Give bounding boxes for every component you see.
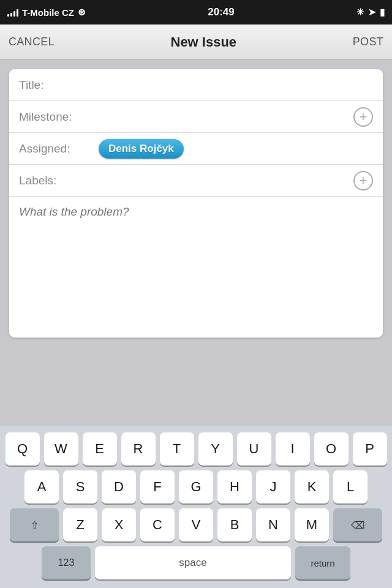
key-p[interactable]: P bbox=[353, 432, 387, 466]
status-left: T-Mobile CZ ⊛ bbox=[7, 7, 86, 18]
labels-row[interactable]: Labels: + bbox=[9, 165, 383, 197]
body-row bbox=[9, 197, 383, 337]
return-key[interactable]: return bbox=[295, 546, 350, 579]
keyboard: Q W E R T Y U I O P A S D F G H J K L ⇧ … bbox=[0, 426, 392, 588]
key-j[interactable]: J bbox=[256, 470, 290, 503]
numbers-key[interactable]: 123 bbox=[42, 546, 91, 579]
key-y[interactable]: Y bbox=[198, 432, 233, 466]
labels-label: Labels: bbox=[19, 174, 99, 187]
wifi-icon: ⊛ bbox=[78, 7, 86, 18]
space-key[interactable]: space bbox=[95, 546, 291, 579]
status-bar: T-Mobile CZ ⊛ 20:49 ✳ ➤ ▮ bbox=[0, 0, 392, 24]
battery-icon: ▮ bbox=[380, 7, 385, 18]
keyboard-row-4: 123 space return bbox=[2, 546, 390, 579]
key-n[interactable]: N bbox=[256, 508, 290, 541]
keyboard-row-1: Q W E R T Y U I O P bbox=[2, 432, 390, 466]
assigned-label: Assigned: bbox=[19, 142, 99, 156]
milestone-row[interactable]: Milestone: + bbox=[9, 101, 383, 133]
key-w[interactable]: W bbox=[44, 432, 78, 466]
key-l[interactable]: L bbox=[333, 470, 368, 503]
post-button[interactable]: POST bbox=[353, 36, 383, 48]
key-o[interactable]: O bbox=[314, 432, 349, 466]
carrier-name: T-Mobile CZ bbox=[22, 7, 74, 18]
key-c[interactable]: C bbox=[140, 508, 175, 541]
page-title: New Issue bbox=[171, 34, 237, 50]
status-time: 20:49 bbox=[208, 6, 234, 18]
backspace-key[interactable]: ⌫ bbox=[333, 508, 382, 541]
shift-key[interactable]: ⇧ bbox=[10, 508, 59, 541]
add-milestone-button[interactable]: + bbox=[353, 107, 373, 127]
key-r[interactable]: R bbox=[121, 432, 156, 466]
title-label: Title: bbox=[19, 78, 99, 92]
key-u[interactable]: U bbox=[237, 432, 271, 466]
nav-bar: CANCEL New Issue POST bbox=[0, 24, 392, 60]
key-g[interactable]: G bbox=[179, 470, 213, 503]
assigned-user-badge[interactable]: Denis Rojčyk bbox=[99, 139, 184, 159]
milestone-label: Milestone: bbox=[19, 110, 99, 124]
signal-icon bbox=[7, 8, 18, 17]
loading-icon: ✳ bbox=[356, 7, 364, 18]
title-input[interactable] bbox=[99, 78, 373, 92]
key-s[interactable]: S bbox=[63, 470, 97, 503]
add-label-button[interactable]: + bbox=[353, 171, 373, 190]
key-h[interactable]: H bbox=[217, 470, 252, 503]
keyboard-row-3: ⇧ Z X C V B N M ⌫ bbox=[2, 508, 390, 541]
key-f[interactable]: F bbox=[140, 470, 175, 503]
key-i[interactable]: I bbox=[276, 432, 310, 466]
status-right: ✳ ➤ ▮ bbox=[356, 7, 385, 18]
key-t[interactable]: T bbox=[160, 432, 194, 466]
assigned-row: Assigned: Denis Rojčyk bbox=[9, 133, 383, 165]
keyboard-row-2: A S D F G H J K L bbox=[2, 470, 390, 503]
location-icon: ➤ bbox=[368, 7, 376, 18]
body-input[interactable] bbox=[19, 205, 373, 328]
key-a[interactable]: A bbox=[24, 470, 59, 503]
key-q[interactable]: Q bbox=[6, 432, 40, 466]
cancel-button[interactable]: CANCEL bbox=[9, 36, 55, 48]
key-e[interactable]: E bbox=[83, 432, 117, 466]
key-z[interactable]: Z bbox=[63, 508, 97, 541]
title-row: Title: bbox=[9, 69, 383, 101]
key-m[interactable]: M bbox=[295, 508, 329, 541]
key-k[interactable]: K bbox=[295, 470, 329, 503]
form-container: Title: Milestone: + Assigned: Denis Rojč… bbox=[9, 69, 383, 338]
key-x[interactable]: X bbox=[102, 508, 136, 541]
key-d[interactable]: D bbox=[102, 470, 136, 503]
key-b[interactable]: B bbox=[217, 508, 252, 541]
key-v[interactable]: V bbox=[179, 508, 213, 541]
